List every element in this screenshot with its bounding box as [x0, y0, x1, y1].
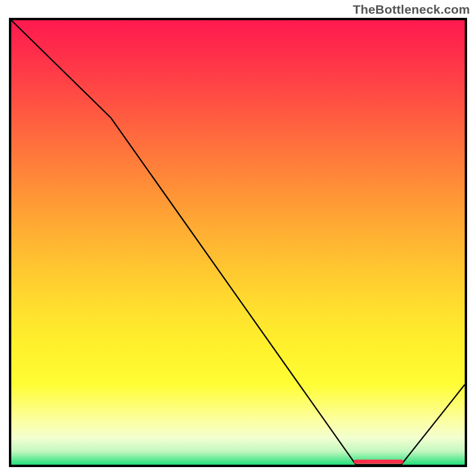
attribution-label: TheBottleneck.com: [353, 2, 470, 17]
chart-svg: [11, 20, 465, 465]
plot-frame: [9, 18, 467, 467]
chart-container: TheBottleneck.com: [0, 0, 476, 476]
series-line: [11, 20, 465, 465]
